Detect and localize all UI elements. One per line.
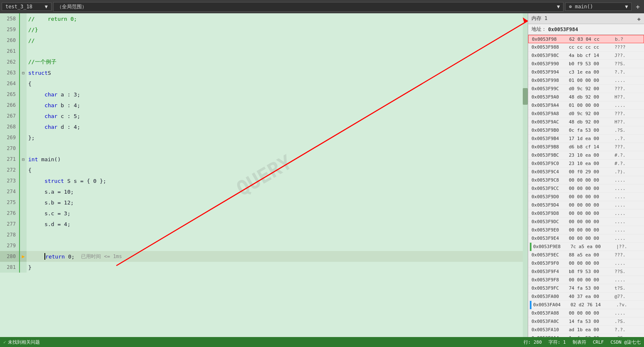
line-num-260: 260 — [0, 35, 20, 46]
mem-bytes: 00 00 00 00 — [569, 186, 615, 191]
line-content-264: { — [27, 78, 528, 89]
memory-row: 0x0053F9C4 00 f0 29 00 .?). — [528, 168, 644, 176]
code-line-263: 263 ⊟ struct S — [0, 67, 528, 78]
line-content-271: int main() — [27, 154, 528, 165]
memory-row: 0x0053F998 01 00 00 00 .... — [528, 76, 644, 85]
file-dropdown-icon[interactable]: ▼ — [45, 4, 48, 10]
line-num-270: 270 — [0, 143, 20, 154]
mem-chars: J??. — [615, 53, 626, 58]
gutter-274 — [20, 186, 27, 197]
code-line-258: 258 // return 0; — [0, 13, 528, 24]
line-num-265: 265 — [0, 89, 20, 100]
mem-bytes: d6 b8 cf 14 — [569, 144, 615, 150]
scrollbar-thumb[interactable] — [523, 88, 528, 105]
mem-bytes: 48 db 92 00 — [569, 119, 615, 125]
mem-chars: ?.?. — [615, 69, 626, 75]
memory-row: 0x0053F9E0 00 00 00 00 .... — [528, 226, 644, 234]
memory-row: 0x0053F9CC 00 00 00 00 .... — [528, 185, 644, 193]
mem-bytes: 00 00 00 00 — [569, 310, 615, 316]
mem-chars: .?). — [615, 169, 626, 175]
memory-row: 0x0053F9A0 48 db 92 00 H??. — [528, 93, 644, 101]
gutter-267 — [20, 111, 27, 121]
line-num-281: 281 — [0, 262, 20, 273]
gutter-272 — [20, 165, 27, 175]
memory-row: 0x0053FA0C 14 fa 53 00 .?S. — [528, 317, 644, 326]
memory-row: 0x0053F99C d0 9c 92 00 ???. — [528, 85, 644, 93]
gutter-279 — [20, 240, 27, 251]
memory-row: 0x0053F9C0 23 10 ea 00 #.?. — [528, 160, 644, 168]
line-num-274: 274 — [0, 186, 20, 197]
code-line-265: 265 char a : 3; — [0, 89, 528, 100]
code-line-277: 277 s.d = 4; — [0, 219, 528, 229]
scope-dropdown-icon[interactable]: ▼ — [557, 4, 560, 10]
mem-bytes: 00 00 00 00 — [569, 194, 615, 199]
line-content-276: s.c = 3; — [27, 208, 528, 219]
memory-row: 0x0053F994 c3 1e ea 00 ?.?. — [528, 68, 644, 76]
line-content-261 — [27, 46, 528, 57]
mem-addr: 0x0053FA04 — [533, 302, 571, 308]
memory-row: 0x0053F9F0 00 00 00 00 .... — [528, 259, 644, 268]
line-content-279 — [27, 240, 528, 251]
memory-row: 0x0053FA14 1c fa 53 00 .?S. — [528, 334, 644, 337]
mem-bytes: 00 00 00 00 — [569, 236, 615, 241]
mem-chars: ???? — [615, 44, 626, 50]
memory-row: 0x0053F9C8 00 00 00 00 .... — [528, 176, 644, 185]
line-content-270 — [27, 143, 528, 154]
green-bar — [530, 243, 531, 251]
code-scrollbar[interactable] — [523, 13, 528, 337]
func-selector[interactable]: ⊕ main() ▼ — [565, 2, 632, 11]
line-num-266: 266 — [0, 100, 20, 111]
memory-row: 0x0053FA08 00 00 00 00 .... — [528, 309, 644, 317]
mem-addr: 0x0053F9C8 — [531, 177, 569, 183]
mem-addr: 0x0053F9A8 — [531, 111, 569, 116]
mem-addr: 0x0053FA0C — [531, 319, 569, 324]
mem-addr: 0x0053F9C0 — [531, 161, 569, 166]
memory-row: 0x0053F9AC 48 db 92 00 H??. — [528, 118, 644, 126]
mem-bytes: 0c fa 53 00 — [569, 128, 615, 133]
line-num-280: 280 — [0, 251, 20, 262]
memory-row: 0x0053F990 b0 f9 53 00 ??S. — [528, 60, 644, 68]
line-num-262: 262 — [0, 57, 20, 67]
memory-row: 0x0053F988 cc cc cc cc ???? — [528, 43, 644, 52]
memory-row: 0x0053F98 62 03 04 cc b.? — [528, 35, 644, 43]
fold-icon-263[interactable]: ⊟ — [22, 71, 24, 75]
memory-row: 0x0053F9D0 00 00 00 00 .... — [528, 193, 644, 201]
gutter-270 — [20, 143, 27, 154]
gutter-259 — [20, 24, 27, 35]
file-selector[interactable]: test_3_18 ▼ — [2, 2, 51, 11]
memory-row: 0x0053F9E8 7c a5 ea 00 |??. — [528, 243, 644, 251]
status-right: 行: 280 字符: 1 制表符 CRLF CSDN @柒七七 — [524, 339, 641, 345]
scope-selector[interactable]: （全局范围） ▼ — [53, 2, 563, 12]
mem-chars: ???. — [615, 111, 626, 116]
mem-addr: 0x0053F9F8 — [531, 277, 569, 283]
line-content-272: { — [27, 165, 528, 175]
mem-addr: 0x0053F9D8 — [531, 211, 569, 216]
mem-addr: 0x0053F99C — [531, 86, 569, 91]
mem-bytes: 01 00 00 00 — [569, 103, 615, 108]
line-content-275: s.b = 12; — [27, 197, 528, 208]
add-tab-button[interactable]: + — [633, 2, 642, 12]
mem-addr: 0x0053F9AC — [531, 119, 569, 125]
fold-icon-271[interactable]: ⊟ — [22, 157, 24, 162]
mem-chars: #.?. — [615, 161, 626, 166]
mem-addr: 0x0053F9A0 — [531, 94, 569, 100]
code-line-275: 275 s.b = 12; — [0, 197, 528, 208]
code-line-278: 278 — [0, 229, 528, 240]
mem-addr: 0x0053F988 — [531, 44, 569, 50]
line-content-263: struct S — [27, 67, 528, 78]
memory-row: 0x0053F9E4 00 00 00 00 .... — [528, 234, 644, 243]
gutter-273 — [20, 175, 27, 186]
mem-bytes: 00 00 00 00 — [569, 211, 615, 216]
line-num-276: 276 — [0, 208, 20, 219]
mem-addr: 0x0053F9CC — [531, 186, 569, 191]
memory-plus-icon[interactable]: ✚ — [637, 15, 641, 22]
line-content-278 — [27, 229, 528, 240]
memory-row: 0x0053F9FC 74 fa 53 00 t?S. — [528, 284, 644, 293]
status-bar: ✓ 未找到相关问题 行: 280 字符: 1 制表符 CRLF CSDN @柒七… — [0, 337, 644, 347]
func-dropdown-icon[interactable]: ▼ — [625, 4, 628, 10]
mem-addr: 0x0053F994 — [531, 69, 569, 75]
mem-chars: .... — [615, 103, 626, 108]
mem-addr: 0x0053F998 — [531, 78, 569, 83]
mem-bytes: b8 f9 53 00 — [569, 269, 615, 274]
line-content-268: char d : 4; — [27, 121, 528, 132]
